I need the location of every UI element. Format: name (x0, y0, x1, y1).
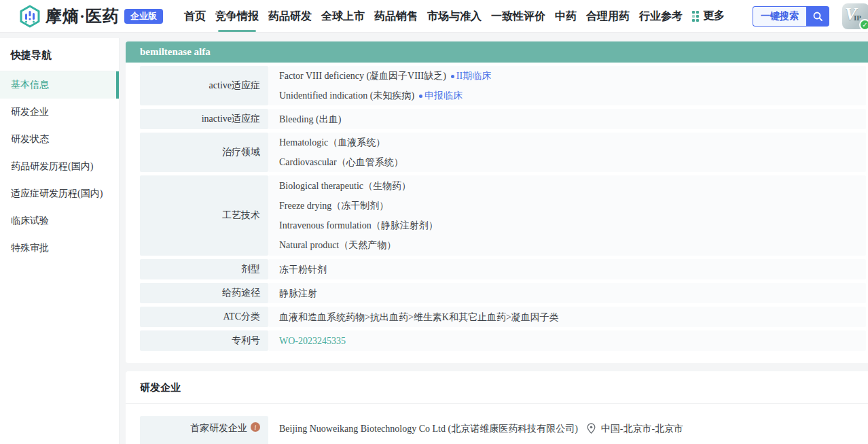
dev-company-table: 首家研发企业 i Beijing Nuoweikang Biotechnolog… (126, 404, 868, 444)
grid-dots-icon (692, 11, 699, 22)
table-row-admin-route: 给药途径 静脉注射 (140, 283, 866, 303)
top-navbar: 摩熵·医药 企业版 首页 竞争情报 药品研发 全球上市 药品销售 市场与准入 一… (0, 0, 868, 33)
nav-item-drug-rd[interactable]: 药品研发 (268, 0, 312, 33)
main-content: bemiltenase alfa active适应症 Factor VIII d… (126, 41, 868, 444)
enterprise-badge: 企业版 (124, 9, 163, 24)
nav-item-more[interactable]: 更多 (692, 0, 725, 33)
row-label: ATC分类 (140, 307, 268, 327)
row-value: Hematologic（血液系统） Cardiovascular（心血管系统） (268, 133, 866, 172)
sidebar-item-indication-dev-history[interactable]: 适应症研发历程(国内) (0, 180, 119, 207)
row-label: 剂型 (140, 259, 268, 279)
sidebar-item-dev-company[interactable]: 研发企业 (0, 99, 119, 126)
row-value: 静脉注射 (268, 283, 866, 303)
quick-nav-sidebar: 快捷导航 基本信息 研发企业 研发状态 药品研发历程(国内) 适应症研发历程(国… (0, 38, 120, 444)
row-label: 给药途径 (140, 283, 268, 303)
sidebar-item-special-approval[interactable]: 特殊审批 (0, 235, 119, 262)
row-value: Factor VIII deficiency (凝血因子VIII缺乏)II期临床… (268, 66, 866, 105)
row-value: 血液和造血系统药物>抗出血药>维生素K和其它止血药>凝血因子类 (268, 307, 866, 327)
row-value: Beijing Nuoweikang Biotechnology Co Ltd … (268, 416, 866, 444)
link-dot-icon (419, 95, 422, 98)
nav-item-industry-ref[interactable]: 行业参考 (639, 0, 683, 33)
nav-item-market-access[interactable]: 市场与准入 (427, 0, 482, 33)
indication-line: Factor VIII deficiency (凝血因子VIII缺乏)II期临床 (279, 66, 866, 86)
vip-badge[interactable]: V IP ✓ (842, 3, 868, 29)
company-location: 中国-北京市-北京市 (601, 424, 683, 434)
sidebar-item-dev-status[interactable]: 研发状态 (0, 126, 119, 153)
logo-text: 摩熵·医药 (46, 5, 120, 27)
nav-item-tcm[interactable]: 中药 (555, 0, 577, 33)
basic-info-table: active适应症 Factor VIII deficiency (凝血因子VI… (126, 63, 868, 363)
table-row-first-dev-company: 首家研发企业 i Beijing Nuoweikang Biotechnolog… (140, 416, 866, 444)
indication-line: Unidentified indication (未知疾病)申报临床 (279, 86, 866, 105)
one-click-search[interactable]: 一键搜索 (753, 6, 829, 27)
nav-item-global-launch[interactable]: 全球上市 (321, 0, 365, 33)
sidebar-item-drug-dev-history[interactable]: 药品研发历程(国内) (0, 153, 119, 180)
vip-check-icon: ✓ (859, 19, 868, 31)
hexagon-chart-logo-icon (18, 4, 42, 29)
search-button[interactable] (806, 6, 829, 27)
row-label: 治疗领域 (140, 133, 268, 172)
location-pin-icon (587, 423, 596, 434)
row-label: active适应症 (140, 66, 268, 105)
nav-item-competitive-intel[interactable]: 竞争情报 (215, 0, 259, 33)
patent-number-link[interactable]: WO-2023245335 (279, 336, 346, 346)
search-icon (812, 11, 823, 22)
row-label: 专利号 (140, 330, 268, 351)
info-icon[interactable]: i (251, 422, 260, 432)
row-label: inactive适应症 (140, 109, 268, 129)
sidebar-item-clinical-trials[interactable]: 临床试验 (0, 207, 119, 235)
search-label: 一键搜索 (753, 6, 806, 27)
drug-title-bar: bemiltenase alfa (126, 41, 868, 63)
nav-item-home[interactable]: 首页 (184, 0, 206, 33)
brand-logo[interactable]: 摩熵·医药 企业版 (18, 4, 163, 29)
drug-name: bemiltenase alfa (140, 46, 211, 57)
table-row-inactive-indication: inactive适应症 Bleeding (出血) (140, 109, 866, 129)
table-row-therapy-area: 治疗领域 Hematologic（血液系统） Cardiovascular（心血… (140, 133, 866, 172)
table-row-patent: 专利号 WO-2023245335 (140, 330, 866, 351)
row-value: 冻干粉针剂 (268, 259, 866, 279)
row-label: 首家研发企业 i (140, 416, 268, 444)
main-nav: 首页 竞争情报 药品研发 全球上市 药品销售 市场与准入 一致性评价 中药 合理… (184, 0, 725, 33)
row-value: Biological therapeutic（生物药） Freeze dryin… (268, 175, 866, 256)
row-label: 工艺技术 (140, 175, 268, 256)
company-name: Beijing Nuoweikang Biotechnology Co Ltd … (279, 424, 578, 434)
basic-info-card: bemiltenase alfa active适应症 Factor VIII d… (126, 41, 868, 363)
table-row-atc-class: ATC分类 血液和造血系统药物>抗出血药>维生素K和其它止血药>凝血因子类 (140, 307, 866, 327)
clinical-phase-link[interactable]: 申报临床 (424, 90, 463, 101)
table-row-active-indication: active适应症 Factor VIII deficiency (凝血因子VI… (140, 66, 866, 105)
nav-item-drug-sales[interactable]: 药品销售 (374, 0, 418, 33)
dev-company-card: 研发企业 首家研发企业 i Beijing Nuoweikang Biotech… (126, 371, 868, 444)
link-dot-icon (451, 75, 454, 78)
row-value: Bleeding (出血) (268, 109, 866, 129)
sidebar-title: 快捷导航 (0, 38, 119, 71)
nav-item-consistency-eval[interactable]: 一致性评价 (491, 0, 545, 33)
table-row-dosage-form: 剂型 冻干粉针剂 (140, 259, 866, 279)
table-row-technology: 工艺技术 Biological therapeutic（生物药） Freeze … (140, 175, 866, 256)
dev-company-section-title: 研发企业 (126, 371, 868, 404)
clinical-phase-link[interactable]: II期临床 (456, 71, 491, 81)
nav-item-rational-use[interactable]: 合理用药 (586, 0, 630, 33)
row-value: WO-2023245335 (268, 330, 866, 351)
sidebar-item-basic-info[interactable]: 基本信息 (0, 71, 119, 99)
